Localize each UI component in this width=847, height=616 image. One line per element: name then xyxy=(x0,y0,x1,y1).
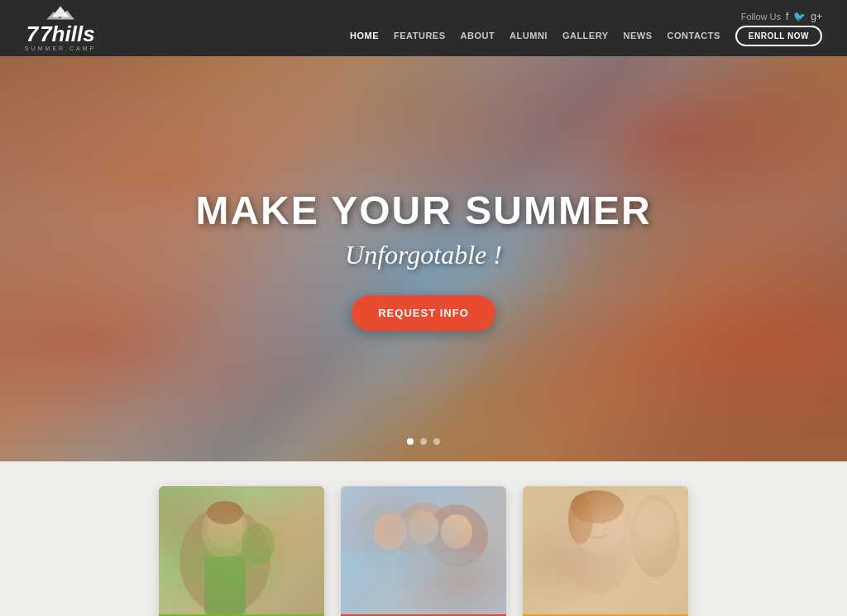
svg-point-20 xyxy=(568,494,593,544)
card-staff-photo xyxy=(523,486,688,614)
logo-text: 7hills xyxy=(40,23,94,45)
nav-gallery[interactable]: GALLERY xyxy=(562,31,609,41)
nav-home[interactable]: HOME xyxy=(350,31,379,41)
cards-section: Photos VISIT GALLERY MORE Alumni STAY IN… xyxy=(0,461,847,616)
facebook-icon[interactable]: f xyxy=(786,11,788,22)
logo-tagline: SUMMER CAMP xyxy=(25,45,96,51)
logo[interactable]: 7 7hills SUMMER CAMP xyxy=(25,5,96,51)
card-staff[interactable]: Staff Positions JOIN THE TEAM MORE xyxy=(523,486,688,616)
nav-features[interactable]: FEATURES xyxy=(394,31,445,41)
hero-subtitle: Unforgotable ! xyxy=(195,240,651,270)
hero-slider-dots xyxy=(407,438,440,445)
card-alumni[interactable]: Alumni STAY IN TOUCH MORE xyxy=(341,486,506,616)
logo-number: 7 xyxy=(26,23,38,45)
svg-point-12 xyxy=(374,513,407,550)
svg-rect-6 xyxy=(204,556,246,614)
svg-point-17 xyxy=(560,486,634,594)
googleplus-icon[interactable]: g+ xyxy=(811,11,822,22)
nav-news[interactable]: NEWS xyxy=(624,31,653,41)
nav-about[interactable]: ABOUT xyxy=(461,31,495,41)
svg-point-14 xyxy=(441,514,472,549)
svg-point-4 xyxy=(202,505,248,558)
nav: HOME FEATURES ABOUT ALUMNI GALLERY NEWS … xyxy=(350,26,822,46)
card-alumni-photo xyxy=(341,486,506,614)
svg-point-19 xyxy=(571,490,624,523)
hero-content: MAKE YOUR SUMMER Unforgotable ! REQUEST … xyxy=(195,188,651,331)
card-alumni-image xyxy=(341,486,506,614)
header-right: Follow Us f 🐦 g+ HOME FEATURES ABOUT ALU… xyxy=(350,11,822,46)
hero-dot-1[interactable] xyxy=(407,438,414,445)
nav-contacts[interactable]: CONTACTS xyxy=(668,31,720,41)
card-gallery[interactable]: Photos VISIT GALLERY MORE xyxy=(159,486,324,616)
card-staff-image xyxy=(523,486,688,614)
svg-point-21 xyxy=(630,494,680,577)
twitter-icon[interactable]: 🐦 xyxy=(793,11,806,22)
svg-point-9 xyxy=(357,503,424,569)
svg-point-5 xyxy=(242,523,275,565)
hero-section: MAKE YOUR SUMMER Unforgotable ! REQUEST … xyxy=(0,56,847,461)
svg-point-11 xyxy=(425,504,488,567)
hero-dot-2[interactable] xyxy=(420,438,427,445)
svg-rect-16 xyxy=(523,486,688,614)
nav-alumni[interactable]: ALUMNI xyxy=(510,31,548,41)
logo-mountain-icon xyxy=(44,5,77,21)
svg-point-3 xyxy=(179,507,270,614)
svg-point-10 xyxy=(395,503,452,561)
card-gallery-image xyxy=(159,486,324,614)
svg-point-22 xyxy=(637,501,673,541)
header: 7 7hills SUMMER CAMP Follow Us f 🐦 g+ HO… xyxy=(0,0,847,56)
card-gallery-photo xyxy=(159,486,324,614)
follow-us-label: Follow Us xyxy=(741,12,781,21)
hero-title: MAKE YOUR SUMMER xyxy=(195,188,651,233)
svg-rect-15 xyxy=(341,552,506,614)
svg-point-13 xyxy=(409,511,438,544)
enroll-button[interactable]: ENROLL NOW xyxy=(735,26,822,46)
svg-point-7 xyxy=(207,507,243,548)
svg-point-18 xyxy=(571,494,624,553)
hero-dot-3[interactable] xyxy=(433,438,440,445)
follow-us-row: Follow Us f 🐦 g+ xyxy=(741,11,822,22)
svg-point-8 xyxy=(207,501,243,524)
request-info-button[interactable]: REQUEST INFO xyxy=(352,295,495,331)
